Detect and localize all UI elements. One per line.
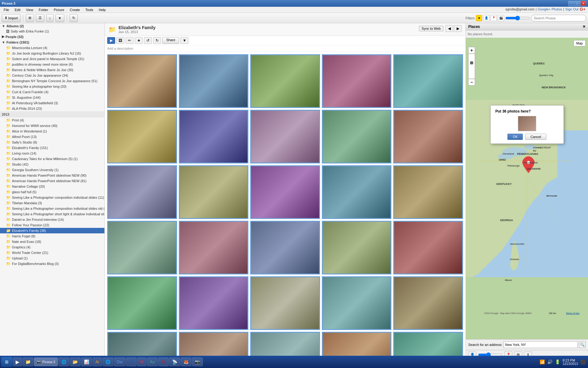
- arrow-left-button[interactable]: ◀: [445, 25, 453, 32]
- description-area[interactable]: Add a description: [105, 45, 466, 52]
- photo-19[interactable]: [322, 221, 392, 274]
- menu-view[interactable]: View: [24, 7, 36, 12]
- view-photo-button[interactable]: 🖼: [116, 37, 124, 44]
- photo-8[interactable]: [250, 110, 320, 163]
- photo-14[interactable]: [322, 165, 392, 219]
- menu-folder[interactable]: Folder: [36, 7, 51, 12]
- photo-12[interactable]: [179, 165, 249, 219]
- menu-create[interactable]: Create: [67, 7, 82, 12]
- taskbar-illustrator[interactable]: Ai: [92, 358, 102, 366]
- sidebar-item-nate-evan[interactable]: 📁 Nate and Evan (18): [0, 239, 104, 244]
- taskbar-audition[interactable]: Au: [147, 358, 158, 366]
- sidebar-item-upload[interactable]: 📁 Upload (1): [0, 255, 104, 261]
- sidebar-item-cautionary[interactable]: 📁 Cautionary Tales for a New Millenium (…: [0, 156, 104, 162]
- photo-16[interactable]: [107, 221, 177, 274]
- folder-options-button[interactable]: ▼: [55, 14, 64, 22]
- map-zoom-out-button[interactable]: −: [468, 79, 475, 86]
- photo-24[interactable]: [322, 276, 392, 330]
- sidebar-item-misericordia[interactable]: 📁 Misericordia Lecture (4): [0, 45, 104, 51]
- taskbar-ie[interactable]: 🌐: [58, 358, 69, 366]
- share-dropdown-button[interactable]: ▼: [180, 37, 188, 44]
- taskbar-picasa2[interactable]: 📷: [192, 358, 203, 366]
- sidebar-item-digital-benchmarks[interactable]: 📁 For DigitalBenchmarks Blog (3): [0, 261, 104, 266]
- dialog-ok-button[interactable]: OK: [507, 134, 523, 140]
- address-input[interactable]: [503, 341, 578, 348]
- photo-15[interactable]: [393, 165, 463, 219]
- albums-header[interactable]: ▼ Albums (2): [0, 23, 104, 29]
- minimize-button[interactable]: −: [568, 1, 574, 6]
- sidebar-item-american-hands-81[interactable]: 📁 American Hands PowerPoint slideshow NE…: [0, 178, 104, 184]
- photo-6[interactable]: [107, 110, 177, 163]
- sidebar-item-ala[interactable]: 📁 ALA Phila 2014 (23): [0, 106, 104, 111]
- sidebar-item-elizabeths-151[interactable]: 📁 Elizabeth's Family (151): [0, 145, 104, 151]
- taskbar-2[interactable]: 📡: [169, 358, 180, 366]
- photo-26[interactable]: [107, 332, 177, 359]
- menu-help[interactable]: Help: [96, 7, 108, 12]
- filter-star-button[interactable]: ★: [476, 15, 482, 21]
- sidebar-item-century[interactable]: 📁 Century Club Jo Joe appearance (34): [0, 73, 104, 78]
- photo-27[interactable]: [179, 332, 249, 359]
- address-search-button[interactable]: 🔍: [579, 341, 586, 348]
- menu-edit[interactable]: Edit: [12, 7, 23, 12]
- filter-people-button[interactable]: 👤: [483, 15, 489, 21]
- photo-2[interactable]: [179, 54, 249, 108]
- taskbar-fileexplorer[interactable]: 📂: [70, 358, 81, 366]
- sidebar-item-georgia-southern[interactable]: 📁 Georgia Southern Unversity (1): [0, 167, 104, 173]
- photo-3[interactable]: [250, 54, 320, 108]
- photo-13[interactable]: [250, 165, 320, 219]
- sidebar-item-harris[interactable]: 📁 Harris Fogel (8): [0, 233, 104, 239]
- sidebar-item-graphics[interactable]: 📁 Graphics (4): [0, 244, 104, 250]
- filter-slider[interactable]: [505, 16, 530, 21]
- sidebar-item-golem[interactable]: 📁 Golem and Jinni panel in Manayunk Temp…: [0, 56, 104, 62]
- taskbar-photoshop[interactable]: Ps: [126, 358, 137, 366]
- sidebar-item-seeing-photo-long[interactable]: 📁 Seeing like a photographer long (20): [0, 84, 104, 89]
- map-container[interactable]: Map + − QUEBEC NEW BRUNSWICK Quebec City…: [466, 38, 588, 339]
- sidebar-item-sallys-studio[interactable]: 📁 Sally's Studio (8): [0, 140, 104, 145]
- taskbar-quicklaunch-1[interactable]: ▶: [13, 358, 22, 366]
- filter-video-button[interactable]: 🎬: [498, 15, 504, 21]
- taskbar-quicklaunch-2[interactable]: 📁: [23, 358, 33, 366]
- photo-7[interactable]: [179, 110, 249, 163]
- sidebar-item-seeing-old[interactable]: 📁 Seeing Like a Photographer composition…: [0, 206, 104, 211]
- close-button[interactable]: ✕: [581, 1, 586, 6]
- view-list-button[interactable]: ☰: [36, 14, 44, 22]
- sidebar-item-narrative[interactable]: 📁 Narrative Collage (20): [0, 184, 104, 189]
- sidebar-item-jojoe-signing[interactable]: 📁 Jo Joe book signing Burlington Library…: [0, 51, 104, 56]
- taskbar-acrobat[interactable]: Ac: [158, 358, 169, 366]
- sidebar-item-seeing-shadow[interactable]: 📁 Seeing Like a Photographer short light…: [0, 211, 104, 217]
- sidebar-item-glass-half[interactable]: 📁 glass half full (5): [0, 189, 104, 195]
- sidebar-item-elizabeths-38[interactable]: 📁 Elizabeth's Family (38): [0, 228, 104, 233]
- rotate-right-button[interactable]: ↻: [153, 37, 161, 44]
- play-slideshow-button[interactable]: ▶: [107, 37, 115, 44]
- share-button[interactable]: Share: [162, 37, 179, 44]
- rotate-cw-button[interactable]: ↻: [70, 14, 78, 22]
- photo-21[interactable]: [107, 276, 177, 330]
- sidebar-item-follow-passion[interactable]: 📁 Follow Your Passion (22): [0, 222, 104, 228]
- taskbar-dreamweaver[interactable]: Dw: [114, 358, 126, 366]
- taskbar-excel[interactable]: 📊: [81, 358, 92, 366]
- sidebar-item-birmingham[interactable]: 📁 Birmingham NY Temple Concord Jo Joe ap…: [0, 78, 104, 84]
- photo-25[interactable]: [393, 276, 463, 330]
- import-button[interactable]: ⬇ Import: [2, 14, 21, 22]
- sidebar-item-curt[interactable]: 📁 Curt & Carol Franklin (4): [0, 89, 104, 95]
- sidebar-item-petersburg[interactable]: 📁 At Petersburg VA battlefield (3): [0, 100, 104, 106]
- battery-icon[interactable]: 🔋: [555, 359, 560, 364]
- sidebar-item-daniel[interactable]: 📁 Daniel w Jim Freund interview (14): [0, 217, 104, 222]
- taskbar-chrome[interactable]: 🌐: [103, 358, 113, 366]
- folders-header[interactable]: ▼ Folders (1501): [0, 40, 104, 45]
- sidebar-item-studio[interactable]: 📁 Studio (42): [0, 162, 104, 167]
- photo-9[interactable]: [322, 110, 392, 163]
- search-input[interactable]: [531, 15, 586, 21]
- photo-5[interactable]: [393, 54, 463, 108]
- rotate-left-button[interactable]: ↺: [144, 37, 152, 44]
- people-header[interactable]: ▶ People (32): [0, 34, 104, 40]
- menu-tools[interactable]: Tools: [83, 7, 96, 12]
- filter-location-button[interactable]: 📍: [491, 15, 497, 21]
- sidebar-item-print[interactable]: 📁 Print (4): [0, 117, 104, 123]
- menu-picture[interactable]: Picture: [51, 7, 67, 12]
- sidebar-item-american-hands-90[interactable]: 📁 American Hands PowerPoint slideshow NE…: [0, 173, 104, 178]
- show-desktop-icon[interactable]: ⬛: [580, 359, 586, 364]
- taskbar-indesign[interactable]: Id: [137, 358, 146, 366]
- map-zoom-in-button[interactable]: +: [468, 47, 475, 54]
- sidebar-item-albums-sally[interactable]: 🖼 Sally with Erika Funke (1): [0, 29, 104, 34]
